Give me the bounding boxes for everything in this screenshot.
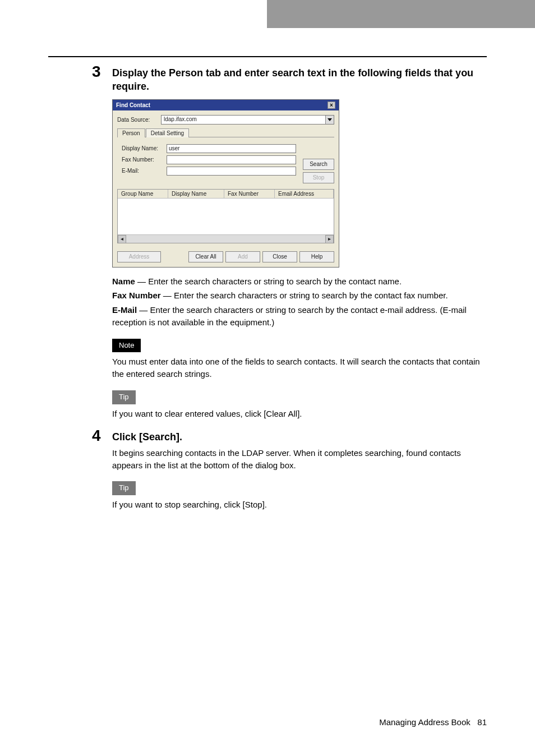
dialog-footer: Address Clear All Add Close Help bbox=[113, 248, 339, 267]
step-title: Click [Search]. bbox=[112, 430, 487, 444]
step4-body: It begins searching contacts in the LDAP… bbox=[112, 447, 487, 511]
address-button[interactable]: Address bbox=[117, 251, 161, 262]
display-name-row: Display Name: user bbox=[122, 144, 296, 153]
tab-person[interactable]: Person bbox=[117, 128, 145, 137]
data-source-value: ldap.ifax.com bbox=[162, 116, 325, 124]
search-button[interactable]: Search bbox=[303, 159, 334, 170]
fax-number-input[interactable] bbox=[167, 155, 296, 164]
name-label: Name bbox=[112, 276, 135, 286]
grid-header: Group Name Display Name Fax Number Email… bbox=[118, 190, 334, 199]
fax-label: Fax Number bbox=[112, 291, 161, 300]
col-display-name[interactable]: Display Name bbox=[168, 190, 224, 198]
form-two-col: Display Name: user Fax Number: E-Mail: bbox=[117, 141, 334, 186]
data-source-row: Data Source: ldap.ifax.com bbox=[117, 115, 334, 125]
tabstrip: Person Detail Setting bbox=[117, 128, 334, 137]
tip-tag: Tip bbox=[112, 390, 136, 404]
step-title: Display the Person tab and enter search … bbox=[112, 66, 487, 94]
col-group-name[interactable]: Group Name bbox=[118, 190, 168, 198]
step-3: 3 Display the Person tab and enter searc… bbox=[112, 66, 487, 420]
fax-number-row: Fax Number: bbox=[122, 155, 296, 164]
data-source-select[interactable]: ldap.ifax.com bbox=[161, 115, 334, 125]
scroll-left-icon[interactable]: ◂ bbox=[118, 235, 126, 243]
grid-scrollbar[interactable]: ◂ ▸ bbox=[118, 234, 334, 243]
name-desc: — Enter the search characters or string … bbox=[135, 276, 402, 286]
grid-body bbox=[118, 199, 334, 234]
step-number: 4 bbox=[92, 427, 101, 445]
email-line: E-Mail — Enter the search characters or … bbox=[112, 304, 487, 329]
email-label: E-Mail: bbox=[122, 168, 167, 174]
step4-body-text: It begins searching contacts in the LDAP… bbox=[112, 447, 487, 472]
col-email[interactable]: Email Address bbox=[275, 190, 334, 198]
page-footer: Managing Address Book 81 bbox=[379, 717, 487, 727]
note-tag: Note bbox=[112, 339, 141, 353]
header-gray-bar bbox=[267, 0, 535, 28]
col-fax-number[interactable]: Fax Number bbox=[224, 190, 275, 198]
chevron-down-icon[interactable] bbox=[325, 116, 334, 124]
fax-number-label: Fax Number: bbox=[122, 156, 167, 163]
find-contact-dialog: Find Contact × Data Source: ldap.ifax.co… bbox=[112, 99, 339, 268]
tip-tag: Tip bbox=[112, 481, 136, 495]
dialog-body: Data Source: ldap.ifax.com Person Detail… bbox=[113, 110, 339, 248]
tip-text: If you want to clear entered values, cli… bbox=[112, 408, 487, 420]
content-area: 3 Display the Person tab and enter searc… bbox=[112, 66, 487, 521]
close-button[interactable]: Close bbox=[262, 251, 297, 262]
dialog-titlebar: Find Contact × bbox=[113, 100, 339, 110]
step-number: 3 bbox=[92, 63, 101, 81]
fax-line: Fax Number — Enter the search characters… bbox=[112, 289, 487, 302]
footer-page: 81 bbox=[477, 717, 487, 727]
data-source-label: Data Source: bbox=[117, 117, 156, 123]
scroll-right-icon[interactable]: ▸ bbox=[325, 235, 334, 243]
email-label: E-Mail bbox=[112, 305, 137, 315]
email-row: E-Mail: bbox=[122, 167, 296, 176]
footer-text: Managing Address Book bbox=[379, 717, 471, 727]
step-4: 4 Click [Search]. It begins searching co… bbox=[112, 430, 487, 511]
horizontal-rule bbox=[48, 56, 487, 57]
email-desc: — Enter the search characters or string … bbox=[112, 305, 467, 327]
add-button[interactable]: Add bbox=[225, 251, 260, 262]
tip-text: If you want to stop searching, click [St… bbox=[112, 499, 487, 511]
close-icon[interactable]: × bbox=[328, 102, 335, 109]
display-name-input[interactable]: user bbox=[167, 144, 296, 153]
stop-button[interactable]: Stop bbox=[303, 172, 334, 183]
dialog-title-text: Find Contact bbox=[116, 102, 150, 108]
note-text: You must enter data into one of the fiel… bbox=[112, 356, 487, 380]
step3-body: Name — Enter the search characters or st… bbox=[112, 275, 487, 420]
clear-all-button[interactable]: Clear All bbox=[188, 251, 223, 262]
form-column: Display Name: user Fax Number: E-Mail: bbox=[117, 141, 298, 186]
name-line: Name — Enter the search characters or st… bbox=[112, 275, 487, 288]
fax-desc: — Enter the search characters or string … bbox=[161, 291, 448, 300]
help-button[interactable]: Help bbox=[299, 251, 334, 262]
email-input[interactable] bbox=[167, 167, 296, 176]
results-grid: Group Name Display Name Fax Number Email… bbox=[117, 189, 334, 243]
actions-column: Search Stop bbox=[303, 141, 334, 186]
page: 3 Display the Person tab and enter searc… bbox=[0, 0, 535, 756]
tab-detail-setting[interactable]: Detail Setting bbox=[146, 128, 189, 137]
display-name-label: Display Name: bbox=[122, 145, 167, 151]
